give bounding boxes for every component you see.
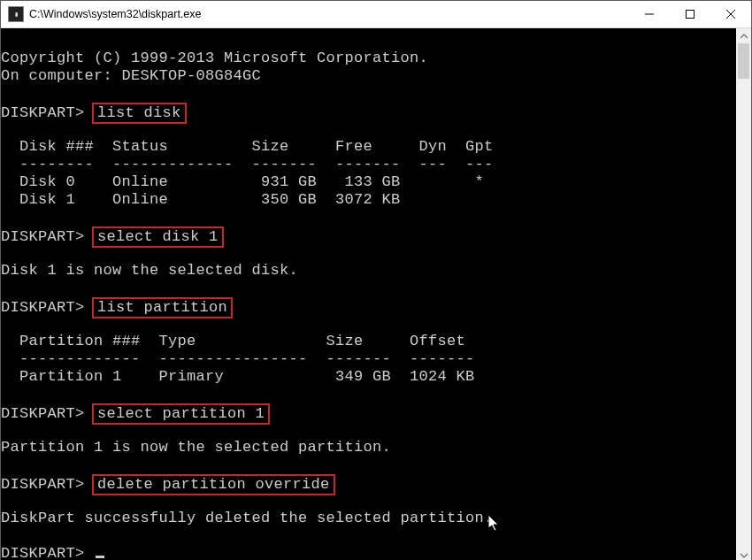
prompt-label: DISKPART> (1, 104, 85, 121)
content-area: Copyright (C) 1999-2013 Microsoft Corpor… (1, 28, 751, 560)
prompt-label: DISKPART> (1, 476, 85, 493)
scrollbar-thumb[interactable] (738, 43, 749, 79)
disk-row-1: Disk 1 Online 350 GB 3072 KB (1, 191, 736, 209)
app-icon: ▮ (8, 6, 24, 22)
app-icon-glyph: ▮ (15, 12, 18, 17)
maximize-button[interactable] (670, 1, 710, 28)
msg-select-partition: Partition 1 is now the selected partitio… (1, 439, 736, 456)
prompt-line-5: DISKPART> delete partition override (1, 474, 736, 492)
command-list-partition: list partition (92, 297, 233, 318)
window-title: C:\Windows\system32\diskpart.exe (29, 8, 202, 20)
prompt-line-2: DISKPART> select disk 1 (1, 226, 736, 244)
minimize-icon (645, 10, 654, 19)
prompt-line-4: DISKPART> select partition 1 (1, 403, 736, 421)
command-list-disk: list disk (92, 103, 187, 124)
partition-table-header: Partition ### Type Size Offset (1, 333, 736, 350)
diskpart-window: ▮ C:\Windows\system32\diskpart.exe Copyr… (0, 0, 752, 560)
disk-table-divider: -------- ------------- ------- ------- -… (1, 156, 736, 173)
prompt-label: DISKPART> (1, 228, 85, 245)
scroll-up-button[interactable] (736, 28, 751, 43)
chevron-down-icon (740, 552, 748, 559)
text-cursor (96, 556, 104, 558)
prompt-label: DISKPART> (1, 299, 85, 316)
titlebar[interactable]: ▮ C:\Windows\system32\diskpart.exe (1, 1, 751, 28)
svg-rect-1 (687, 11, 694, 19)
prompt-label: DISKPART> (1, 405, 85, 422)
vertical-scrollbar[interactable] (736, 28, 751, 560)
close-icon (726, 10, 735, 19)
prompt-line-3: DISKPART> list partition (1, 297, 736, 315)
msg-select-disk: Disk 1 is now the selected disk. (1, 262, 736, 280)
maximize-icon (686, 10, 694, 19)
scrollbar-track[interactable] (736, 43, 751, 548)
command-select-disk: select disk 1 (92, 226, 224, 248)
command-select-partition: select partition 1 (92, 403, 270, 425)
msg-deleted: DiskPart successfully deleted the select… (1, 510, 736, 527)
prompt-line-1: DISKPART> list disk (1, 103, 736, 120)
command-delete-partition: delete partition override (92, 474, 335, 495)
partition-table-divider: ------------- ---------------- ------- -… (1, 350, 736, 368)
terminal-output[interactable]: Copyright (C) 1999-2013 Microsoft Corpor… (1, 28, 736, 560)
computer-line: On computer: DESKTOP-08G84GC (1, 67, 736, 85)
scroll-down-button[interactable] (736, 548, 751, 560)
close-button[interactable] (710, 1, 751, 28)
chevron-up-icon (740, 33, 748, 40)
copyright-line: Copyright (C) 1999-2013 Microsoft Corpor… (1, 50, 736, 67)
prompt-line-active: DISKPART> (1, 545, 736, 560)
minimize-button[interactable] (629, 1, 670, 28)
partition-row-1: Partition 1 Primary 349 GB 1024 KB (1, 368, 736, 386)
disk-table-header: Disk ### Status Size Free Dyn Gpt (1, 138, 736, 156)
disk-row-0: Disk 0 Online 931 GB 133 GB * (1, 173, 736, 191)
prompt-label: DISKPART> (1, 545, 85, 560)
